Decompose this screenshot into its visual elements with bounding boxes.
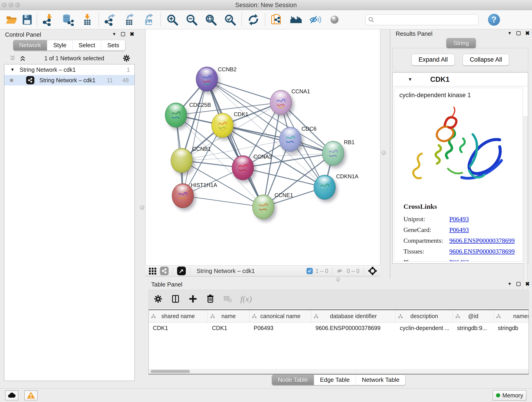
search-input[interactable] bbox=[376, 16, 475, 23]
network-node-CCNA1[interactable] bbox=[270, 90, 292, 115]
network-collection-row[interactable]: ▼ String Network – cdk1 1 bbox=[4, 64, 134, 75]
column-header-description[interactable]: description bbox=[396, 310, 453, 322]
import-network-button[interactable] bbox=[39, 12, 58, 27]
unhide-all-button[interactable] bbox=[325, 12, 344, 27]
tab-string[interactable]: String bbox=[446, 38, 476, 48]
network-node-CCNB2[interactable] bbox=[196, 67, 218, 91]
refresh-layout-button[interactable] bbox=[244, 12, 263, 27]
panel-close-icon[interactable]: ✖ bbox=[525, 31, 530, 35]
network-view-share-icon[interactable] bbox=[160, 267, 169, 275]
collapse-all-button[interactable]: Collapse All bbox=[462, 54, 509, 65]
hidden-count: 0 – 0 bbox=[347, 268, 360, 274]
cloud-status-button[interactable] bbox=[5, 390, 18, 400]
crosslink-link[interactable]: 9606.ENSP00000378699 bbox=[449, 246, 515, 257]
tab-sets[interactable]: Sets bbox=[101, 40, 125, 51]
column-type-icon bbox=[210, 314, 215, 319]
panel-float-icon[interactable] bbox=[121, 32, 125, 36]
table-cell[interactable]: cyclin-dependent ... bbox=[396, 325, 453, 332]
column-header-database-identifier[interactable]: database identifier bbox=[311, 310, 396, 322]
column-header-shared-name[interactable]: shared name bbox=[149, 310, 208, 322]
crosslink-link[interactable]: P06493 bbox=[449, 214, 515, 224]
network-node-CCNA2[interactable] bbox=[232, 155, 254, 180]
column-header-namespace[interactable]: namespace bbox=[494, 310, 529, 322]
export-table-button[interactable] bbox=[120, 12, 139, 27]
tree-expander-icon[interactable]: ▼ bbox=[10, 67, 15, 72]
first-neighbors-button[interactable] bbox=[267, 12, 286, 27]
expand-all-button[interactable]: Expand All bbox=[412, 54, 455, 65]
network-node-CCNB1[interactable] bbox=[171, 148, 193, 173]
collection-count: 1 bbox=[127, 66, 130, 73]
zoom-in-button[interactable] bbox=[163, 12, 182, 27]
expand-all-icon[interactable] bbox=[19, 55, 26, 62]
entry-expander-icon[interactable]: ▼ bbox=[408, 77, 412, 82]
panel-float-icon[interactable] bbox=[516, 282, 520, 286]
gear-icon[interactable] bbox=[122, 54, 131, 62]
table-cell[interactable]: P06493 bbox=[249, 325, 311, 332]
network-node-CDKN1A[interactable] bbox=[314, 175, 336, 200]
delete-column-trash-icon[interactable] bbox=[206, 294, 215, 304]
warnings-button[interactable] bbox=[24, 390, 38, 400]
network-edges[interactable] bbox=[146, 29, 380, 265]
save-session-button[interactable] bbox=[19, 12, 35, 27]
node-entry-header[interactable]: ▼ CDK1 bbox=[393, 73, 528, 86]
panel-close-icon[interactable]: ✖ bbox=[130, 32, 134, 36]
birdseye-navigator-icon[interactable] bbox=[368, 266, 377, 275]
network-node-CCNE1[interactable] bbox=[252, 195, 274, 219]
crosslink-link[interactable]: 9606.ENSP00000378699 bbox=[449, 235, 515, 246]
table-row[interactable]: CDK1CDK1P064939606.ENSP00000378699cyclin… bbox=[149, 322, 529, 333]
tab-style[interactable]: Style bbox=[47, 40, 72, 51]
tab-select[interactable]: Select bbox=[72, 40, 101, 51]
column-header-@id[interactable]: @id bbox=[453, 310, 494, 322]
export-image-button[interactable] bbox=[139, 12, 158, 27]
show-columns-icon[interactable] bbox=[171, 294, 180, 304]
network-node-CDC25B[interactable] bbox=[165, 103, 187, 128]
network-overview-button[interactable] bbox=[286, 12, 306, 27]
tab-network-table[interactable]: Network Table bbox=[355, 375, 405, 385]
crosslink-link[interactable]: P06493 bbox=[449, 257, 515, 262]
open-session-button[interactable] bbox=[4, 12, 19, 27]
tab-node-table[interactable]: Node Table bbox=[272, 375, 314, 385]
network-row[interactable]: String Network – cdk1 11 48 bbox=[4, 75, 134, 85]
column-header-name[interactable]: name bbox=[208, 310, 249, 322]
panel-float-icon[interactable] bbox=[516, 31, 520, 35]
import-table-button[interactable] bbox=[77, 12, 97, 27]
panel-menu-icon[interactable]: ▼ bbox=[112, 32, 116, 37]
help-button[interactable]: ? bbox=[488, 14, 500, 26]
zoom-out-button[interactable] bbox=[182, 12, 201, 27]
add-column-icon[interactable] bbox=[188, 294, 198, 304]
import-network-from-database-button[interactable] bbox=[58, 12, 77, 27]
zoom-selected-button[interactable] bbox=[220, 12, 240, 27]
network-canvas[interactable]: CCNB2CCNA1CDC25BCDK1CDC6RB1CCNB1CCNA2CDK… bbox=[145, 29, 380, 265]
hscroll-thumb[interactable] bbox=[151, 370, 190, 373]
column-header-canonical-name[interactable]: canonical name bbox=[249, 310, 311, 322]
panel-close-icon[interactable]: ✖ bbox=[525, 282, 530, 286]
zoom-fit-button[interactable] bbox=[201, 12, 220, 27]
tab-edge-table[interactable]: Edge Table bbox=[314, 375, 356, 385]
network-node-RB1[interactable] bbox=[322, 141, 344, 166]
right-splitter-handle[interactable] bbox=[381, 151, 386, 155]
memory-button[interactable]: Memory bbox=[493, 390, 526, 401]
table-cell[interactable]: CDK1 bbox=[149, 325, 208, 332]
results-actions-box: Expand All Collapse All bbox=[393, 48, 528, 71]
tab-network[interactable]: Network bbox=[13, 40, 47, 51]
hide-unhide-button[interactable] bbox=[306, 12, 325, 27]
table-hscrollbar[interactable] bbox=[148, 369, 529, 375]
export-network-button[interactable] bbox=[101, 12, 120, 27]
table-cell[interactable]: stringdb:9... bbox=[453, 325, 494, 332]
crosslink-link[interactable]: P06493 bbox=[449, 224, 515, 235]
table-cell[interactable]: 9606.ENSP00000378699 bbox=[311, 325, 396, 332]
table-cell[interactable]: stringdb bbox=[494, 325, 529, 332]
table-cell[interactable]: CDK1 bbox=[208, 325, 249, 332]
network-node-HIST1H1A[interactable] bbox=[172, 183, 194, 208]
network-node-CDK1[interactable] bbox=[211, 113, 234, 138]
grid-view-icon[interactable] bbox=[148, 267, 157, 275]
network-node-CDC6[interactable] bbox=[279, 127, 301, 152]
table-settings-gear-icon[interactable] bbox=[153, 294, 163, 304]
collapse-all-icon[interactable] bbox=[9, 55, 16, 62]
detach-view-icon[interactable] bbox=[177, 267, 186, 275]
left-splitter-handle[interactable] bbox=[140, 205, 144, 210]
results-scrollbar[interactable] bbox=[524, 116, 527, 306]
selected-checkbox[interactable] bbox=[307, 268, 313, 274]
panel-menu-icon[interactable]: ▼ bbox=[507, 281, 512, 287]
panel-menu-icon[interactable]: ▼ bbox=[507, 31, 512, 36]
